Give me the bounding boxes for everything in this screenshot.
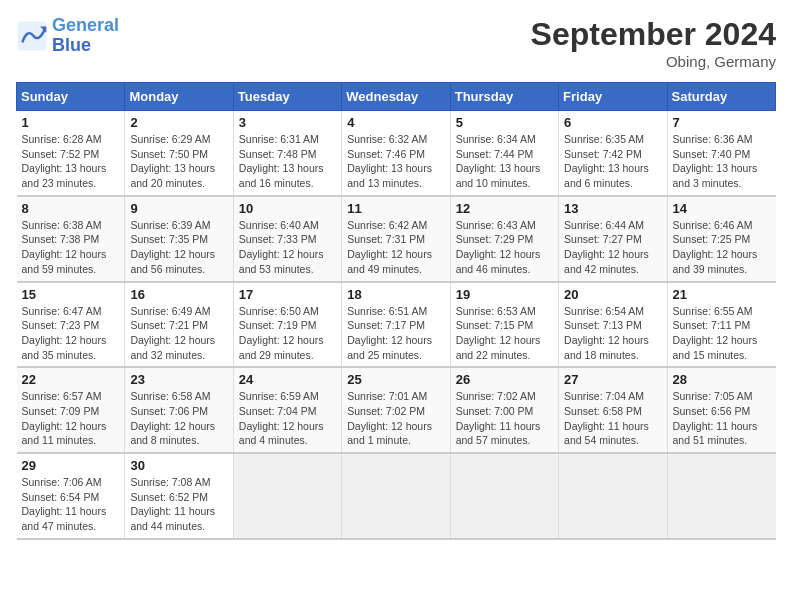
day-number: 22 xyxy=(22,372,120,387)
day-number: 14 xyxy=(673,201,771,216)
day-number: 10 xyxy=(239,201,336,216)
calendar-cell xyxy=(342,453,450,539)
day-info: Sunrise: 6:53 AMSunset: 7:15 PMDaylight:… xyxy=(456,304,553,363)
day-number: 28 xyxy=(673,372,771,387)
logo: General Blue xyxy=(16,16,119,56)
calendar-cell: 3Sunrise: 6:31 AMSunset: 7:48 PMDaylight… xyxy=(233,111,341,196)
weekday-header: Wednesday xyxy=(342,83,450,111)
calendar-cell: 5Sunrise: 6:34 AMSunset: 7:44 PMDaylight… xyxy=(450,111,558,196)
day-number: 17 xyxy=(239,287,336,302)
calendar-week-row: 22Sunrise: 6:57 AMSunset: 7:09 PMDayligh… xyxy=(17,367,776,453)
calendar-header: SundayMondayTuesdayWednesdayThursdayFrid… xyxy=(17,83,776,111)
calendar-cell: 29Sunrise: 7:06 AMSunset: 6:54 PMDayligh… xyxy=(17,453,125,539)
calendar-cell: 25Sunrise: 7:01 AMSunset: 7:02 PMDayligh… xyxy=(342,367,450,453)
calendar-cell xyxy=(233,453,341,539)
day-number: 20 xyxy=(564,287,661,302)
day-info: Sunrise: 7:06 AMSunset: 6:54 PMDaylight:… xyxy=(22,475,120,534)
day-info: Sunrise: 6:36 AMSunset: 7:40 PMDaylight:… xyxy=(673,132,771,191)
title-block: September 2024 Obing, Germany xyxy=(531,16,776,70)
day-info: Sunrise: 6:50 AMSunset: 7:19 PMDaylight:… xyxy=(239,304,336,363)
day-info: Sunrise: 6:34 AMSunset: 7:44 PMDaylight:… xyxy=(456,132,553,191)
calendar-cell: 20Sunrise: 6:54 AMSunset: 7:13 PMDayligh… xyxy=(559,282,667,368)
calendar-cell: 7Sunrise: 6:36 AMSunset: 7:40 PMDaylight… xyxy=(667,111,775,196)
logo-text: General Blue xyxy=(52,16,119,56)
day-number: 3 xyxy=(239,115,336,130)
day-info: Sunrise: 6:51 AMSunset: 7:17 PMDaylight:… xyxy=(347,304,444,363)
day-info: Sunrise: 6:39 AMSunset: 7:35 PMDaylight:… xyxy=(130,218,227,277)
day-number: 19 xyxy=(456,287,553,302)
calendar-body: 1Sunrise: 6:28 AMSunset: 7:52 PMDaylight… xyxy=(17,111,776,539)
calendar-cell: 27Sunrise: 7:04 AMSunset: 6:58 PMDayligh… xyxy=(559,367,667,453)
day-number: 9 xyxy=(130,201,227,216)
weekday-row: SundayMondayTuesdayWednesdayThursdayFrid… xyxy=(17,83,776,111)
calendar-week-row: 29Sunrise: 7:06 AMSunset: 6:54 PMDayligh… xyxy=(17,453,776,539)
calendar-cell: 18Sunrise: 6:51 AMSunset: 7:17 PMDayligh… xyxy=(342,282,450,368)
calendar-week-row: 1Sunrise: 6:28 AMSunset: 7:52 PMDaylight… xyxy=(17,111,776,196)
calendar-cell: 22Sunrise: 6:57 AMSunset: 7:09 PMDayligh… xyxy=(17,367,125,453)
day-number: 25 xyxy=(347,372,444,387)
calendar-cell: 4Sunrise: 6:32 AMSunset: 7:46 PMDaylight… xyxy=(342,111,450,196)
day-number: 26 xyxy=(456,372,553,387)
day-number: 13 xyxy=(564,201,661,216)
day-number: 16 xyxy=(130,287,227,302)
day-info: Sunrise: 6:42 AMSunset: 7:31 PMDaylight:… xyxy=(347,218,444,277)
month-title: September 2024 xyxy=(531,16,776,53)
day-info: Sunrise: 6:31 AMSunset: 7:48 PMDaylight:… xyxy=(239,132,336,191)
weekday-header: Sunday xyxy=(17,83,125,111)
calendar-cell: 28Sunrise: 7:05 AMSunset: 6:56 PMDayligh… xyxy=(667,367,775,453)
day-info: Sunrise: 7:02 AMSunset: 7:00 PMDaylight:… xyxy=(456,389,553,448)
day-info: Sunrise: 6:59 AMSunset: 7:04 PMDaylight:… xyxy=(239,389,336,448)
calendar-table: SundayMondayTuesdayWednesdayThursdayFrid… xyxy=(16,82,776,540)
calendar-cell xyxy=(450,453,558,539)
calendar-cell: 14Sunrise: 6:46 AMSunset: 7:25 PMDayligh… xyxy=(667,196,775,282)
day-number: 24 xyxy=(239,372,336,387)
calendar-cell: 10Sunrise: 6:40 AMSunset: 7:33 PMDayligh… xyxy=(233,196,341,282)
day-info: Sunrise: 6:32 AMSunset: 7:46 PMDaylight:… xyxy=(347,132,444,191)
day-info: Sunrise: 6:57 AMSunset: 7:09 PMDaylight:… xyxy=(22,389,120,448)
page-header: General Blue September 2024 Obing, Germa… xyxy=(16,16,776,70)
day-info: Sunrise: 7:08 AMSunset: 6:52 PMDaylight:… xyxy=(130,475,227,534)
day-number: 12 xyxy=(456,201,553,216)
calendar-cell xyxy=(667,453,775,539)
calendar-cell: 9Sunrise: 6:39 AMSunset: 7:35 PMDaylight… xyxy=(125,196,233,282)
weekday-header: Friday xyxy=(559,83,667,111)
day-number: 2 xyxy=(130,115,227,130)
calendar-cell: 8Sunrise: 6:38 AMSunset: 7:38 PMDaylight… xyxy=(17,196,125,282)
calendar-week-row: 15Sunrise: 6:47 AMSunset: 7:23 PMDayligh… xyxy=(17,282,776,368)
calendar-cell: 1Sunrise: 6:28 AMSunset: 7:52 PMDaylight… xyxy=(17,111,125,196)
day-info: Sunrise: 7:01 AMSunset: 7:02 PMDaylight:… xyxy=(347,389,444,448)
day-info: Sunrise: 6:47 AMSunset: 7:23 PMDaylight:… xyxy=(22,304,120,363)
calendar-cell: 30Sunrise: 7:08 AMSunset: 6:52 PMDayligh… xyxy=(125,453,233,539)
calendar-week-row: 8Sunrise: 6:38 AMSunset: 7:38 PMDaylight… xyxy=(17,196,776,282)
day-info: Sunrise: 6:29 AMSunset: 7:50 PMDaylight:… xyxy=(130,132,227,191)
day-number: 27 xyxy=(564,372,661,387)
day-info: Sunrise: 7:04 AMSunset: 6:58 PMDaylight:… xyxy=(564,389,661,448)
day-number: 11 xyxy=(347,201,444,216)
day-number: 30 xyxy=(130,458,227,473)
day-number: 23 xyxy=(130,372,227,387)
calendar-cell: 21Sunrise: 6:55 AMSunset: 7:11 PMDayligh… xyxy=(667,282,775,368)
calendar-cell: 11Sunrise: 6:42 AMSunset: 7:31 PMDayligh… xyxy=(342,196,450,282)
calendar-cell: 15Sunrise: 6:47 AMSunset: 7:23 PMDayligh… xyxy=(17,282,125,368)
calendar-cell: 6Sunrise: 6:35 AMSunset: 7:42 PMDaylight… xyxy=(559,111,667,196)
location: Obing, Germany xyxy=(531,53,776,70)
day-info: Sunrise: 6:38 AMSunset: 7:38 PMDaylight:… xyxy=(22,218,120,277)
weekday-header: Monday xyxy=(125,83,233,111)
calendar-cell: 23Sunrise: 6:58 AMSunset: 7:06 PMDayligh… xyxy=(125,367,233,453)
day-info: Sunrise: 6:49 AMSunset: 7:21 PMDaylight:… xyxy=(130,304,227,363)
day-info: Sunrise: 6:35 AMSunset: 7:42 PMDaylight:… xyxy=(564,132,661,191)
calendar-cell: 24Sunrise: 6:59 AMSunset: 7:04 PMDayligh… xyxy=(233,367,341,453)
calendar-cell: 19Sunrise: 6:53 AMSunset: 7:15 PMDayligh… xyxy=(450,282,558,368)
calendar-cell: 26Sunrise: 7:02 AMSunset: 7:00 PMDayligh… xyxy=(450,367,558,453)
day-number: 1 xyxy=(22,115,120,130)
day-number: 6 xyxy=(564,115,661,130)
calendar-cell xyxy=(559,453,667,539)
day-number: 7 xyxy=(673,115,771,130)
calendar-cell: 16Sunrise: 6:49 AMSunset: 7:21 PMDayligh… xyxy=(125,282,233,368)
day-number: 5 xyxy=(456,115,553,130)
day-info: Sunrise: 6:46 AMSunset: 7:25 PMDaylight:… xyxy=(673,218,771,277)
weekday-header: Thursday xyxy=(450,83,558,111)
calendar-cell: 13Sunrise: 6:44 AMSunset: 7:27 PMDayligh… xyxy=(559,196,667,282)
calendar-cell: 17Sunrise: 6:50 AMSunset: 7:19 PMDayligh… xyxy=(233,282,341,368)
day-info: Sunrise: 6:40 AMSunset: 7:33 PMDaylight:… xyxy=(239,218,336,277)
